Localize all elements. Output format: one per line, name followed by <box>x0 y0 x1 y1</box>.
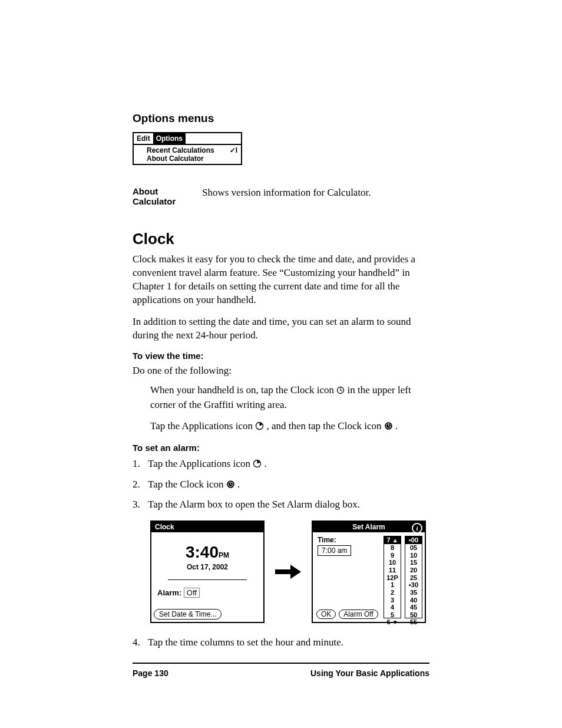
figure-clock-setalarm: Clock 3:40PM Oct 17, 2002 Alarm: Off Set… <box>150 521 429 623</box>
menu-tab-options: Options <box>153 133 186 144</box>
clock-small-icon <box>336 385 345 398</box>
alarm-shot-hours-column: 7 ▲ 8 9 10 11 12P 1 2 3 4 5 6 ▼ <box>384 536 401 618</box>
menu-item-about: About Calculator <box>147 154 241 163</box>
text-fragment: Tap the Applications icon <box>148 458 253 469</box>
clock-shot-time: 3:40 <box>186 543 219 561</box>
minute-cell: 55 <box>405 618 422 626</box>
footer-chapter: Using Your Basic Applications <box>310 668 429 678</box>
minute-cell: 45 <box>405 604 422 611</box>
minute-cell: 50 <box>405 611 422 619</box>
step-2: 2. Tap the Clock icon . <box>133 477 429 493</box>
heading-clock: Clock <box>133 230 429 248</box>
text-fragment: . <box>395 420 398 431</box>
hour-cell: 10 <box>384 559 401 566</box>
minute-cell: 15 <box>405 559 422 566</box>
clock-screenshot: Clock 3:40PM Oct 17, 2002 Alarm: Off Set… <box>150 521 265 623</box>
applications-icon <box>253 457 262 473</box>
hour-cell: 4 <box>384 604 401 611</box>
hour-cell: 6 <box>386 618 390 625</box>
subhead-view-time: To view the time: <box>133 351 429 361</box>
alarm-shot-title: Set Alarm <box>352 523 385 531</box>
alarm-shot-time-label: Time: <box>318 536 380 544</box>
text-fragment: Tap the time columns to set the hour and… <box>148 637 343 648</box>
clock-shot-ampm: PM <box>219 551 229 559</box>
step-4: 4. Tap the time columns to set the hour … <box>133 635 429 650</box>
step-3: 3. Tap the Alarm box to open the Set Ala… <box>133 497 429 512</box>
text-fragment: , and then tap the Clock icon <box>266 420 384 431</box>
view-time-bullet-2: Tap the Applications icon , and then tap… <box>150 420 429 434</box>
clock-app-icon <box>226 478 235 493</box>
clock-shot-title: Clock <box>155 523 174 531</box>
about-calculator-label: About Calculator <box>133 186 191 206</box>
text-fragment: . <box>237 479 240 490</box>
clock-app-icon <box>384 421 393 434</box>
minute-cell: 25 <box>405 574 422 582</box>
text-fragment: Tap the Clock icon <box>148 479 226 490</box>
clock-intro-2: In addition to setting the date and time… <box>133 315 429 342</box>
arrow-icon <box>275 564 301 580</box>
clock-intro-1: Clock makes it easy for you to check the… <box>133 253 429 307</box>
menu-item-recent: Recent Calculations ✓I <box>147 146 241 154</box>
heading-options-menus: Options menus <box>133 112 429 125</box>
clock-shot-date: Oct 17, 2002 <box>151 563 263 571</box>
alarm-shot-alarmoff-button: Alarm Off <box>339 610 378 619</box>
minute-cell: 35 <box>405 589 422 597</box>
text-fragment: Tap the Alarm box to open the Set Alarm … <box>148 499 360 510</box>
alarm-shot-ok-button: OK <box>316 610 336 619</box>
minute-cell: 05 <box>405 544 422 552</box>
minute-cell: 30 <box>411 581 418 588</box>
hour-cell: 2 <box>384 589 401 597</box>
minute-cell: 10 <box>405 552 422 559</box>
clock-shot-alarm-value: Off <box>184 588 200 598</box>
clock-shot-alarm-label: Alarm: <box>157 588 181 597</box>
minute-cell: 00 <box>411 536 418 543</box>
text-fragment: . <box>264 458 266 469</box>
hour-cell: 3 <box>384 597 401 604</box>
view-time-bullet-1: When your handheld is on, tap the Clock … <box>150 384 429 412</box>
applications-icon <box>255 421 264 434</box>
minute-cell: 40 <box>405 597 422 604</box>
menu-tab-edit: Edit <box>134 133 153 144</box>
about-calculator-desc: Shows version information for Calculator… <box>202 186 429 200</box>
options-menu-figure: Edit Options Recent Calculations ✓I Abou… <box>133 132 242 165</box>
svg-line-2 <box>340 390 342 391</box>
hour-cell: 7 <box>386 536 390 543</box>
hour-cell: 12P <box>384 574 401 582</box>
step-1: 1. Tap the Applications icon . <box>133 456 429 473</box>
clock-shot-setdatetime-button: Set Date & Time... <box>154 609 222 620</box>
setalarm-screenshot: Set Alarm i Time: 7:00 am OK Alarm Off 7… <box>312 521 426 623</box>
hour-cell: 11 <box>384 566 401 574</box>
alarm-shot-minutes-column: ▪00 05 10 15 20 25 ▪30 35 40 45 50 55 <box>405 536 422 618</box>
menu-item-recent-label: Recent Calculations <box>147 146 214 154</box>
text-fragment: Tap the Applications icon <box>150 420 255 431</box>
do-one-of: Do one of the following: <box>133 364 429 378</box>
hour-cell: 8 <box>384 544 401 552</box>
alarm-shot-time-value: 7:00 am <box>318 545 351 556</box>
minute-cell: 20 <box>405 566 422 574</box>
hour-cell: 1 <box>384 581 401 589</box>
hour-cell: 9 <box>384 552 401 559</box>
hour-cell: 5 <box>384 611 401 619</box>
text-fragment: When your handheld is on, tap the Clock … <box>150 384 336 396</box>
footer-page: Page 130 <box>133 668 168 678</box>
menu-item-recent-shortcut: ✓I <box>230 146 237 154</box>
menu-item-about-label: About Calculator <box>147 154 204 163</box>
subhead-set-alarm: To set an alarm: <box>133 443 429 453</box>
